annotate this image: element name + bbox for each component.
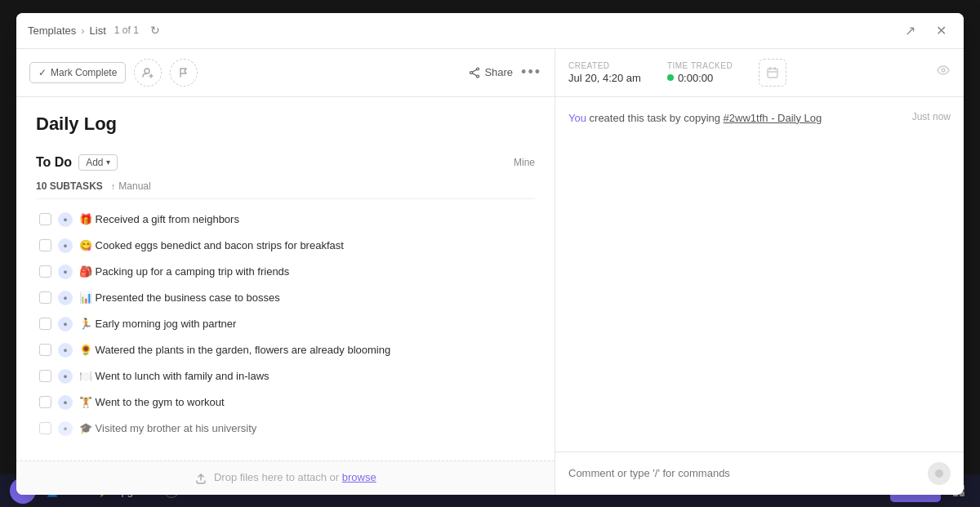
svg-rect-8 [768, 69, 777, 78]
mark-complete-button[interactable]: ✓ Mark Complete [29, 62, 126, 83]
info-header: CREATED Jul 20, 4:20 am TIME TRACKED 0:0… [555, 49, 964, 97]
eye-icon [936, 63, 951, 78]
calendar-button[interactable] [759, 59, 786, 87]
created-meta: CREATED Jul 20, 4:20 am [568, 61, 641, 84]
upload-icon [194, 472, 207, 485]
comment-send-button[interactable] [928, 462, 951, 485]
subtask-item: ● 📊 Presented the business case to bosse… [36, 286, 535, 310]
time-tracked-label: TIME TRACKED [667, 61, 733, 70]
browse-link[interactable]: browse [342, 471, 376, 483]
subtask-item: ● 🎒 Packing up for a camping trip with f… [36, 260, 535, 284]
avatar: ● [58, 238, 73, 253]
subtask-count: 10 SUBTASKS [36, 180, 103, 192]
time-value: 0:00:00 [678, 72, 713, 84]
green-dot [667, 74, 674, 81]
subtask-checkbox[interactable] [39, 318, 51, 330]
avatar: ● [58, 317, 73, 331]
more-options-button[interactable]: ••• [521, 64, 541, 81]
subtask-item: ● 🎁 Received a gift from neighbors [36, 207, 535, 232]
add-button[interactable]: Add ▾ [78, 154, 117, 171]
subtask-checkbox[interactable] [39, 239, 51, 251]
task-title[interactable]: Daily Log [36, 113, 535, 135]
subtask-checkbox[interactable] [39, 291, 51, 304]
subtask-checkbox[interactable] [39, 213, 51, 225]
subtask-item: ● 🎓 Visited my brother at his university [36, 416, 535, 441]
svg-point-3 [477, 68, 479, 70]
comment-bar [555, 451, 964, 495]
subtasks-info: 10 SUBTASKS ↑ Manual [36, 180, 535, 199]
modal-header: Templates › List 1 of 1 ↻ ↗ ✕ [16, 13, 964, 49]
avatar: ● [58, 369, 73, 384]
breadcrumb-sep1: › [81, 24, 84, 37]
svg-line-7 [473, 73, 477, 75]
activity-link[interactable]: #2ww1tfh - Daily Log [724, 112, 822, 124]
subtask-item: ● 🍽️ Went to lunch with family and in-la… [36, 364, 535, 389]
subtask-text: 🎁 Received a gift from neighbors [79, 213, 239, 225]
svg-point-12 [942, 69, 945, 72]
share-button[interactable]: Share [469, 66, 513, 78]
subtask-item: ● 🏃 Early morning jog with partner [36, 312, 535, 336]
avatar: ● [58, 343, 73, 358]
activity-you: You [568, 112, 586, 124]
activity-text: You created this task by copying #2ww1tf… [568, 110, 822, 127]
activity-panel: You created this task by copying #2ww1tf… [555, 97, 964, 451]
subtask-item: ● 🌻 Watered the plants in the garden, fl… [36, 338, 535, 362]
person-add-icon [142, 67, 154, 78]
subtask-checkbox[interactable] [39, 422, 51, 434]
activity-time: Just now [912, 110, 951, 122]
task-toolbar: ✓ Mark Complete [16, 49, 555, 97]
info-panel: CREATED Jul 20, 4:20 am TIME TRACKED 0:0… [555, 49, 964, 495]
sort-icon: ↑ [111, 181, 116, 191]
subtask-checkbox[interactable] [39, 396, 51, 408]
svg-point-13 [935, 469, 943, 478]
sort-label: Manual [118, 180, 150, 192]
subtask-text: 🎒 Packing up for a camping trip with fri… [79, 265, 289, 278]
avatar: ● [58, 395, 73, 410]
share-label: Share [484, 66, 513, 78]
close-button[interactable]: ✕ [929, 19, 952, 42]
subtask-list: ● 🎁 Received a gift from neighbors ● 😋 C… [36, 207, 535, 441]
watch-button[interactable] [936, 63, 951, 82]
breadcrumb-templates[interactable]: Templates [28, 24, 76, 37]
page-counter: 1 of 1 [114, 24, 139, 36]
refresh-button[interactable]: ↻ [144, 19, 167, 42]
activity-item: You created this task by copying #2ww1tf… [568, 110, 951, 127]
open-in-new-button[interactable]: ↗ [898, 19, 921, 42]
avatar: ● [58, 265, 73, 279]
flag-icon [178, 67, 189, 78]
send-icon [934, 469, 944, 478]
subtask-text: 🏋️ Went to the gym to workout [79, 396, 225, 408]
task-panel: ✓ Mark Complete [16, 49, 555, 495]
created-value: Jul 20, 4:20 am [568, 72, 641, 84]
manual-sort[interactable]: ↑ Manual [111, 180, 151, 192]
check-icon: ✓ [38, 67, 47, 78]
time-tracked-meta: TIME TRACKED 0:00:00 [667, 61, 733, 84]
avatar: ● [58, 291, 73, 305]
created-label: CREATED [568, 61, 641, 70]
drop-area: Drop files here to attach or browse [16, 460, 555, 495]
svg-point-5 [470, 71, 473, 73]
drop-text: Drop files here to attach or [214, 471, 339, 483]
svg-line-6 [473, 69, 477, 72]
subtask-text: 😋 Cooked eggs benedict and bacon strips … [79, 239, 344, 251]
comment-input[interactable] [568, 467, 921, 479]
avatar: ● [58, 212, 73, 227]
breadcrumb-list[interactable]: List [90, 24, 106, 37]
activity-description: created this task by copying [590, 112, 724, 124]
task-content: Daily Log To Do Add ▾ Mine 10 SUBTASKS ↑… [16, 97, 555, 460]
time-tracked-value: 0:00:00 [667, 72, 733, 84]
subtask-checkbox[interactable] [39, 370, 51, 382]
subtask-checkbox[interactable] [39, 265, 51, 278]
add-assignee-button[interactable] [134, 59, 162, 87]
share-icon [469, 67, 480, 78]
flag-button[interactable] [170, 59, 198, 87]
subtask-checkbox[interactable] [39, 344, 51, 356]
subtask-item: ● 😋 Cooked eggs benedict and bacon strip… [36, 233, 535, 258]
calendar-icon [766, 66, 779, 79]
subtask-text: 🌻 Watered the plants in the garden, flow… [79, 344, 390, 356]
breadcrumb: Templates › List 1 of 1 ↻ [28, 19, 167, 42]
mine-button[interactable]: Mine [514, 157, 535, 168]
avatar: ● [58, 421, 73, 436]
mark-complete-label: Mark Complete [51, 67, 117, 78]
modal-body: ✓ Mark Complete [16, 49, 964, 495]
